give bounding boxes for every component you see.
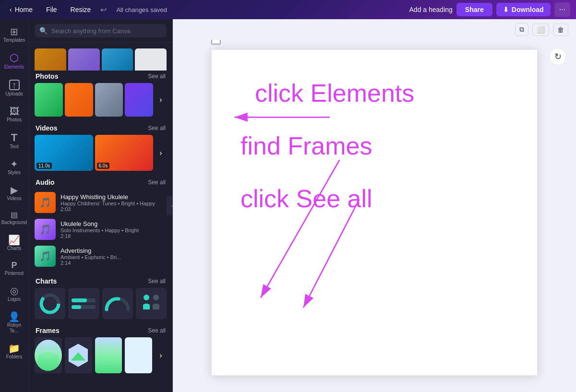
search-input[interactable]	[51, 27, 162, 35]
photos-next-arrow[interactable]: ›	[155, 83, 167, 117]
audio-item-2[interactable]: 🎵 Ukulele Song Solo Instruments • Happy …	[29, 216, 172, 243]
undo-button[interactable]: ↩	[100, 5, 107, 14]
download-icon: ⬇	[503, 6, 509, 13]
canvas-overlay: click Elements find Frames click See all	[226, 69, 523, 361]
video-thumb[interactable]: 6.0s	[95, 135, 154, 171]
photos-section-title: Photos	[36, 72, 58, 80]
svg-rect-3	[72, 298, 87, 302]
charts-section: Charts See all	[29, 275, 172, 319]
sidebar-item-folders[interactable]: 📁 Folders	[2, 340, 27, 364]
videos-see-all[interactable]: See all	[148, 125, 166, 131]
file-button[interactable]: File	[42, 4, 61, 15]
duplicate-page-button[interactable]: ⬜	[532, 24, 549, 36]
sidebar-item-text[interactable]: T Text	[2, 129, 27, 154]
charts-section-title: Charts	[36, 277, 57, 285]
photos-section-header: Photos See all	[29, 71, 172, 83]
canvas-refresh-button[interactable]: ↻	[549, 48, 566, 65]
photo-thumb-partial[interactable]	[35, 48, 66, 71]
frames-see-all[interactable]: See all	[148, 327, 166, 334]
photo-thumb-partial[interactable]	[135, 48, 167, 71]
copy-page-button[interactable]: ⧉	[515, 23, 528, 36]
photos-label: Photos	[7, 117, 22, 123]
canvas-page[interactable]: click Elements find Frames click See all	[211, 49, 538, 376]
photo-thumb[interactable]	[65, 83, 93, 117]
frame-thumb-badge[interactable]	[65, 337, 92, 373]
frame-thumb-circle[interactable]	[35, 337, 62, 373]
sidebar-item-videos[interactable]: ▶ Videos	[2, 181, 27, 205]
home-button[interactable]: ‹ Home	[6, 4, 36, 15]
sidebar-item-charts[interactable]: 📈 Charts	[2, 231, 27, 255]
sidebar-item-elements[interactable]: ⬡ Elements	[2, 49, 27, 74]
charts-icon: 📈	[8, 235, 20, 245]
frame-thumb-partial[interactable]	[125, 337, 152, 373]
photo-thumb[interactable]	[95, 83, 123, 117]
chart-thumb-progress[interactable]	[68, 288, 99, 319]
charts-see-all[interactable]: See all	[148, 278, 166, 285]
delete-page-button[interactable]: 🗑	[553, 24, 568, 36]
photos-section: Photos See all ›	[29, 71, 172, 117]
download-button[interactable]: ⬇ Download	[496, 3, 551, 16]
sidebar-item-logos[interactable]: ◎ Logos	[2, 282, 27, 306]
audio-thumb-1: 🎵	[35, 192, 56, 213]
photo-thumb-partial[interactable]	[102, 48, 133, 71]
sidebar-item-uploads[interactable]: ↑ Uploads	[2, 76, 27, 101]
hide-panel-button[interactable]: ‹	[167, 196, 173, 215]
elements-panel: 🔍 Photos See all	[29, 19, 173, 392]
video-thumb[interactable]: 11.0s	[35, 135, 93, 171]
svg-point-6	[144, 295, 149, 300]
styles-label: Styles	[8, 170, 21, 176]
chart-thumb-people[interactable]	[136, 288, 167, 319]
photo-thumb[interactable]	[35, 83, 63, 117]
videos-section-title: Videos	[36, 124, 58, 132]
frames-next-arrow[interactable]: ›	[155, 351, 167, 360]
audio-see-all[interactable]: See all	[148, 179, 166, 186]
audio-title-2: Ukulele Song	[60, 220, 167, 227]
resize-button[interactable]: Resize	[67, 4, 95, 15]
canvas-scroll-area[interactable]: click Elements find Frames click See all	[173, 40, 576, 392]
uploads-icon: ↑	[9, 80, 20, 90]
uploads-label: Uploads	[5, 91, 23, 97]
chart-thumb-donut[interactable]	[35, 288, 65, 319]
pinterest-icon: P	[11, 261, 17, 270]
topbar-left: ‹ Home File Resize ↩ All changes saved	[6, 4, 167, 15]
charts-label: Charts	[7, 246, 21, 251]
templates-label: Templates	[3, 37, 25, 43]
audio-item-3[interactable]: 🎵 Advertising Ambient • Euphoric • Bri..…	[29, 243, 172, 270]
add-heading-button[interactable]: Add a heading	[409, 6, 453, 13]
videos-section-header: Videos See all	[29, 122, 172, 135]
sidebar-item-robyn[interactable]: 👤 Robyn Te...	[2, 308, 27, 338]
sidebar-item-templates[interactable]: ⊞ Templates	[2, 23, 27, 47]
frames-section-header: Frames See all	[29, 325, 172, 337]
topbar: ‹ Home File Resize ↩ All changes saved A…	[0, 0, 576, 19]
pinterest-label: Pinterest	[5, 271, 24, 276]
audio-item-1[interactable]: 🎵 Happy Whistling Ukulele Happy Children…	[29, 189, 172, 216]
icon-sidebar: ⊞ Templates ⬡ Elements ↑ Uploads 🖼 Photo…	[0, 19, 29, 392]
photos-see-all[interactable]: See all	[148, 73, 166, 80]
share-button[interactable]: Share	[456, 3, 492, 16]
frame-thumb-rect[interactable]	[95, 337, 122, 373]
text-label: Text	[10, 144, 18, 150]
frames-section-title: Frames	[36, 327, 60, 334]
chart-thumb-semicircle[interactable]	[102, 288, 133, 319]
videos-icon: ▶	[11, 185, 18, 195]
canvas-toolbar: ⧉ ⬜ 🗑	[173, 19, 576, 40]
video-duration-2: 6.0s	[97, 163, 110, 169]
audio-section-header: Audio See all	[29, 177, 172, 189]
photo-thumb-partial[interactable]	[68, 48, 100, 71]
photo-thumb[interactable]	[125, 83, 153, 117]
sidebar-item-background[interactable]: ▤ Background	[2, 207, 27, 229]
videos-next-arrow[interactable]: ›	[155, 135, 167, 171]
sidebar-item-styles[interactable]: ✦ Styles	[2, 155, 27, 179]
styles-icon: ✦	[10, 159, 18, 169]
home-label: Home	[15, 6, 33, 13]
page-checkbox[interactable]	[211, 40, 221, 45]
annotation-line3: click See all	[240, 184, 372, 213]
sidebar-item-pinterest[interactable]: P Pinterest	[2, 257, 27, 280]
search-input-wrap[interactable]: 🔍	[35, 24, 167, 37]
elements-label: Elements	[4, 64, 24, 70]
logos-icon: ◎	[10, 286, 18, 296]
sidebar-item-photos[interactable]: 🖼 Photos	[2, 103, 27, 127]
audio-meta-1: Happy Childrens' Tunes • Bright • Happy …	[60, 201, 167, 212]
canvas-page-wrap: click Elements find Frames click See all	[211, 49, 538, 376]
more-button[interactable]: ···	[554, 2, 570, 17]
